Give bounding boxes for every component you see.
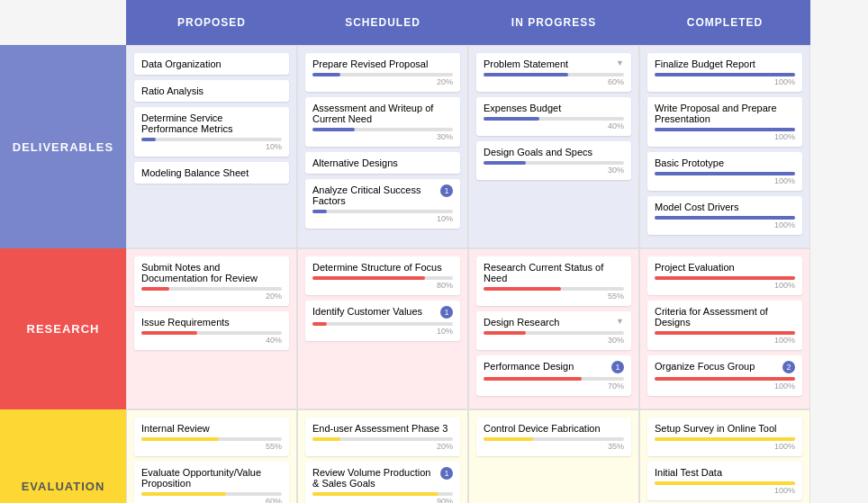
progress-bar-wrap (484, 161, 624, 165)
task-card[interactable]: Basic Prototype100% (647, 152, 802, 191)
task-card[interactable]: Internal Review55% (134, 418, 289, 456)
progress-bar-wrap (484, 377, 624, 381)
card-title: Identify Customer Values (312, 306, 437, 317)
task-card[interactable]: Research Current Status of Need55% (476, 256, 631, 306)
card-title: Alternative Designs (312, 157, 453, 168)
task-card[interactable]: Problem Statement▼60% (476, 53, 631, 92)
progress-bar-fill (141, 437, 219, 441)
progress-bar-wrap (312, 128, 453, 131)
badge-count: 1 (440, 184, 453, 197)
progress-bar-wrap (655, 377, 795, 381)
progress-bar-fill (655, 73, 795, 76)
task-card[interactable]: Criteria for Assessment of Designs100% (647, 301, 802, 350)
task-card[interactable]: Modeling Balance Sheet (134, 162, 289, 184)
progress-label: 100% (655, 336, 795, 345)
badge-count: 1 (611, 361, 624, 373)
inprogress-cell: Control Device Fabrication35% (468, 409, 639, 503)
kanban-board: PROPOSED SCHEDULED IN PROGRESS COMPLETED… (0, 0, 868, 503)
progress-bar-fill (484, 377, 582, 381)
card-title: Project Evaluation (655, 262, 795, 273)
progress-bar-wrap (655, 73, 795, 76)
task-card[interactable]: Write Proposal and Prepare Presentation1… (647, 97, 802, 147)
progress-label: 10% (312, 214, 453, 223)
task-card[interactable]: Expenses Budget40% (476, 97, 631, 136)
progress-bar-fill (655, 437, 795, 441)
card-title: Initial Test Data (655, 467, 795, 478)
progress-label: 30% (484, 336, 624, 345)
progress-bar-fill (141, 331, 197, 335)
completed-label: COMPLETED (687, 16, 763, 29)
task-card[interactable]: Ratio Analysis (134, 80, 289, 102)
inprogress-label: IN PROGRESS (511, 16, 596, 29)
header-scheduled: SCHEDULED (297, 0, 468, 45)
task-card[interactable]: Determine Service Performance Metrics10% (134, 107, 289, 157)
task-card[interactable]: Assessment and Writeup of Current Need30… (305, 97, 460, 147)
progress-bar-fill (312, 322, 327, 326)
task-card[interactable]: Organize Focus Group2100% (647, 355, 802, 396)
task-card[interactable]: Identify Customer Values110% (305, 301, 460, 341)
task-card[interactable]: Initial Test Data100% (647, 462, 802, 500)
task-card[interactable]: Control Device Fabrication35% (476, 418, 631, 456)
progress-label: 100% (655, 176, 795, 185)
task-card[interactable]: Finalize Budget Report100% (647, 53, 802, 92)
task-card[interactable]: Evaluate Opportunity/Value Proposition60… (134, 462, 289, 503)
card-title: Modeling Balance Sheet (141, 167, 282, 178)
proposed-cell: Internal Review55%Evaluate Opportunity/V… (126, 409, 297, 503)
task-card[interactable]: Design Goals and Specs30% (476, 141, 631, 180)
card-title: Internal Review (141, 423, 282, 434)
task-card[interactable]: End-user Assessment Phase 320% (305, 418, 460, 456)
task-card[interactable]: Project Evaluation100% (647, 256, 802, 295)
completed-cell: Finalize Budget Report100%Write Proposal… (639, 45, 810, 248)
card-title: Organize Focus Group (655, 361, 779, 372)
dropdown-icon[interactable]: ▼ (616, 58, 624, 67)
proposed-label: PROPOSED (177, 16, 246, 29)
card-title: Problem Statement (484, 58, 614, 69)
progress-bar-wrap (141, 287, 282, 291)
progress-bar-wrap (655, 481, 795, 485)
progress-bar-wrap (655, 276, 795, 280)
task-card[interactable]: Performance Design170% (476, 355, 631, 396)
progress-bar-fill (655, 216, 795, 220)
progress-bar-fill (312, 276, 425, 280)
progress-bar-fill (484, 437, 533, 441)
progress-bar-wrap (312, 322, 453, 326)
progress-label: 55% (484, 292, 624, 301)
task-card[interactable]: Submit Notes and Documentation for Revie… (134, 256, 289, 306)
progress-bar-fill (655, 128, 795, 131)
progress-bar-fill (484, 287, 561, 291)
progress-bar-fill (141, 138, 156, 141)
progress-bar-wrap (484, 287, 624, 291)
card-title: Write Proposal and Prepare Presentation (655, 103, 795, 124)
scheduled-label: SCHEDULED (345, 16, 420, 29)
card-title: Determine Structure of Focus (312, 262, 453, 273)
task-card[interactable]: Issue Requirements40% (134, 311, 289, 350)
progress-label: 20% (312, 442, 453, 451)
completed-cell: Project Evaluation100%Criteria for Asses… (639, 248, 810, 409)
row-label: EVALUATION (0, 409, 126, 503)
badge-count: 1 (440, 467, 453, 480)
card-title: Model Cost Drivers (655, 202, 795, 212)
dropdown-icon[interactable]: ▼ (616, 317, 624, 326)
card-title: Submit Notes and Documentation for Revie… (141, 262, 282, 283)
task-card[interactable]: Prepare Revised Proposal20% (305, 53, 460, 92)
proposed-cell: Data OrganizationRatio AnalysisDetermine… (126, 45, 297, 248)
progress-label: 70% (484, 382, 624, 391)
task-card[interactable]: Data Organization (134, 53, 289, 75)
task-card[interactable]: Analyze Critical Success Factors110% (305, 179, 460, 229)
task-card[interactable]: Alternative Designs (305, 152, 460, 174)
progress-label: 100% (655, 77, 795, 86)
task-card[interactable]: Setup Survey in Online Tool100% (647, 418, 802, 456)
progress-bar-wrap (312, 73, 453, 76)
task-card[interactable]: Review Volume Production & Sales Goals19… (305, 462, 460, 503)
task-card[interactable]: Determine Structure of Focus80% (305, 256, 460, 295)
proposed-cell: Submit Notes and Documentation for Revie… (126, 248, 297, 409)
progress-bar-wrap (141, 138, 282, 141)
progress-bar-wrap (655, 216, 795, 220)
progress-bar-wrap (141, 331, 282, 335)
task-card[interactable]: Model Cost Drivers100% (647, 196, 802, 235)
inprogress-cell: Research Current Status of Need55%Design… (468, 248, 639, 409)
task-card[interactable]: Design Research▼30% (476, 311, 631, 350)
card-title: Control Device Fabrication (484, 423, 624, 434)
card-title: Design Goals and Specs (484, 147, 624, 157)
card-title: Expenses Budget (484, 103, 624, 113)
